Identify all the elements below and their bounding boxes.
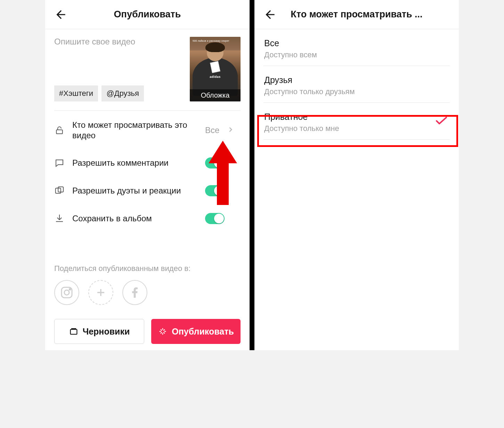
share-facebook-button[interactable] [122, 280, 147, 305]
privacy-option-private[interactable]: Приватное Доступно только мне [263, 103, 450, 140]
share-label: Поделиться опубликованным видео в: [54, 264, 241, 273]
share-add-button[interactable] [88, 280, 113, 305]
svg-point-4 [64, 290, 69, 295]
who-can-view-row[interactable]: Кто может просматривать это видео Все [54, 112, 241, 149]
save-album-row[interactable]: Сохранить в альбом [54, 205, 241, 232]
cover-label[interactable]: Обложка [190, 89, 241, 101]
save-album-toggle[interactable] [205, 213, 225, 224]
publish-button-label: Опубликовать [172, 327, 234, 337]
hashtags-chip[interactable]: #Хэштеги [54, 85, 98, 101]
friends-chip[interactable]: @Друзья [101, 85, 144, 101]
thumbnail-brand-text: adidas [210, 75, 221, 79]
header: Кто может просматривать ... [254, 0, 459, 29]
allow-comments-toggle[interactable] [205, 157, 225, 168]
caption-input[interactable]: Опишите свое видео [54, 37, 183, 47]
page-title: Опубликовать [53, 9, 242, 20]
drafts-button-label: Черновики [83, 327, 130, 337]
arrow-left-icon [263, 8, 277, 21]
thumbnail-overlay-text: 500 лайков и расскажу секрет [193, 40, 229, 42]
option-subtitle: Доступно только мне [264, 124, 449, 133]
save-album-label: Сохранить в альбом [72, 213, 197, 224]
allow-duets-label: Разрешить дуэты и реакции [72, 186, 197, 196]
svg-point-5 [69, 289, 71, 290]
privacy-option-friends[interactable]: Друзья Доступно только друзьям [263, 66, 450, 103]
video-thumbnail[interactable]: 500 лайков и расскажу секрет adidas Обло… [190, 37, 241, 101]
sparkle-icon [158, 327, 168, 336]
instagram-icon [60, 286, 74, 299]
allow-duets-row[interactable]: Разрешить дуэты и реакции [54, 177, 241, 205]
drafts-icon [69, 327, 79, 336]
option-subtitle: Доступно только друзьям [264, 87, 449, 96]
comment-icon [54, 158, 65, 168]
share-instagram-button[interactable] [54, 280, 79, 305]
publish-screen: Опубликовать Опишите свое видео #Хэштеги… [45, 0, 250, 350]
page-title: Кто может просматривать ... [262, 9, 451, 20]
back-button[interactable] [53, 7, 69, 23]
privacy-option-everyone[interactable]: Все Доступно всем [263, 29, 450, 66]
svg-rect-6 [70, 329, 77, 334]
who-can-view-value: Все [205, 125, 219, 135]
allow-comments-row[interactable]: Разрешить комментарии [54, 149, 241, 177]
header: Опубликовать [45, 0, 250, 29]
publish-button[interactable]: Опубликовать [151, 319, 241, 344]
drafts-button[interactable]: Черновики [54, 319, 144, 344]
option-title: Все [264, 38, 449, 48]
privacy-screen: Кто может просматривать ... Все Доступно… [254, 0, 459, 350]
lock-icon [54, 125, 65, 135]
plus-icon [94, 286, 108, 299]
arrow-left-icon [54, 8, 67, 21]
svg-rect-0 [56, 130, 63, 134]
divider [54, 110, 241, 111]
chevron-right-icon [227, 126, 234, 134]
option-title: Друзья [264, 75, 449, 85]
option-title: Приватное [264, 112, 449, 122]
who-can-view-label: Кто может просматривать это видео [72, 120, 197, 141]
duet-icon [54, 186, 65, 196]
option-subtitle: Доступно всем [264, 50, 449, 59]
publish-settings: Кто может просматривать это видео Все Ра… [54, 112, 241, 232]
allow-duets-toggle[interactable] [205, 185, 225, 196]
allow-comments-label: Разрешить комментарии [72, 158, 197, 168]
back-button[interactable] [262, 7, 278, 23]
checkmark-icon [435, 116, 448, 126]
download-icon [54, 213, 65, 224]
facebook-icon [128, 286, 142, 299]
